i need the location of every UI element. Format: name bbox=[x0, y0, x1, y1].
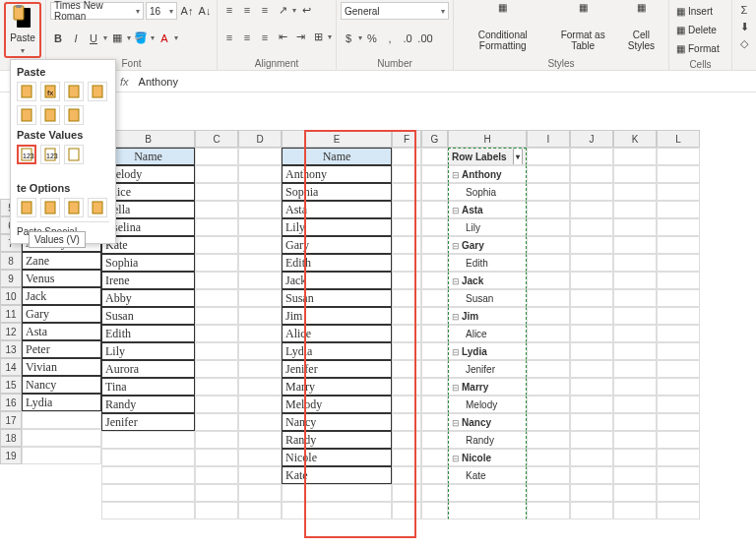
cell-B16[interactable]: Jenifer bbox=[101, 413, 195, 431]
cell-E18[interactable]: Nicole bbox=[282, 449, 392, 466]
cell-K15[interactable] bbox=[613, 396, 657, 413]
cell-H14[interactable]: ⊟Marry bbox=[448, 378, 527, 396]
cell-D20[interactable] bbox=[238, 484, 282, 502]
cell-I13[interactable] bbox=[527, 360, 570, 378]
cell-C10[interactable] bbox=[195, 307, 238, 325]
cell-A11[interactable]: Gary bbox=[22, 305, 101, 323]
spreadsheet-grid[interactable]: BCDEFGHIJKL NameNameRow Labels▾MelodyAnt… bbox=[101, 130, 756, 519]
cell-A15[interactable]: Nancy bbox=[22, 376, 101, 394]
cell-J7[interactable] bbox=[570, 254, 613, 272]
cell-J16[interactable] bbox=[570, 413, 613, 431]
paste-formulas-fmt-icon[interactable] bbox=[64, 82, 84, 101]
paste-values-numfmt-icon[interactable]: 123 bbox=[40, 145, 60, 164]
cell-C19[interactable] bbox=[195, 466, 238, 484]
cell-D3[interactable] bbox=[238, 183, 282, 201]
cell-C11[interactable] bbox=[195, 325, 238, 342]
paste-formatting-icon[interactable] bbox=[17, 198, 36, 217]
cell-F17[interactable] bbox=[392, 431, 421, 449]
cell-D19[interactable] bbox=[238, 466, 282, 484]
cell-K11[interactable] bbox=[613, 325, 657, 342]
cell-I16[interactable] bbox=[527, 413, 570, 431]
cell-F10[interactable] bbox=[392, 307, 421, 325]
comma-button[interactable]: , bbox=[382, 30, 398, 46]
align-top-button[interactable]: ≡ bbox=[221, 2, 237, 18]
autosum-button[interactable]: Σ bbox=[736, 2, 752, 18]
cell-H8[interactable]: ⊟Jack bbox=[448, 272, 527, 289]
cell-I4[interactable] bbox=[527, 201, 570, 218]
cell-C1[interactable] bbox=[195, 148, 238, 165]
row-header-8[interactable]: 8 bbox=[0, 252, 22, 270]
cell-E10[interactable]: Jim bbox=[282, 307, 392, 325]
row-header-9[interactable]: 9 bbox=[0, 270, 22, 287]
paste-button[interactable]: Paste ▾ bbox=[4, 2, 41, 58]
cell-C16[interactable] bbox=[195, 413, 238, 431]
cell-B18[interactable] bbox=[101, 449, 195, 466]
cell-K16[interactable] bbox=[613, 413, 657, 431]
grow-font-button[interactable]: A↑ bbox=[179, 3, 195, 19]
row-header-19[interactable]: 19 bbox=[0, 447, 22, 464]
col-header-C[interactable]: C bbox=[195, 130, 238, 148]
cell-F9[interactable] bbox=[392, 289, 421, 307]
cell-H15[interactable]: Melody bbox=[448, 396, 527, 413]
cell-B11[interactable]: Edith bbox=[101, 325, 195, 342]
cell-L6[interactable] bbox=[657, 236, 700, 254]
cell-L15[interactable] bbox=[657, 396, 700, 413]
cell-D10[interactable] bbox=[238, 307, 282, 325]
cell-H13[interactable]: Jenifer bbox=[448, 360, 527, 378]
cell-B19[interactable] bbox=[101, 466, 195, 484]
delete-button[interactable]: ▦ Delete bbox=[673, 21, 727, 38]
cell-F12[interactable] bbox=[392, 342, 421, 360]
font-name-select[interactable]: Times New Roman▾ bbox=[50, 2, 144, 20]
cell-B21[interactable] bbox=[101, 502, 195, 519]
cell-F20[interactable] bbox=[392, 484, 421, 502]
cell-A9[interactable]: Venus bbox=[22, 270, 101, 287]
cell-E3[interactable]: Sophia bbox=[282, 183, 392, 201]
cell-A14[interactable]: Vivian bbox=[22, 358, 101, 376]
cell-J13[interactable] bbox=[570, 360, 613, 378]
paste-values-srcfmt-icon[interactable] bbox=[64, 145, 84, 164]
cell-C12[interactable] bbox=[195, 342, 238, 360]
cell-I10[interactable] bbox=[527, 307, 570, 325]
cell-K19[interactable] bbox=[613, 466, 657, 484]
cell-C8[interactable] bbox=[195, 272, 238, 289]
cell-E13[interactable]: Jenifer bbox=[282, 360, 392, 378]
cell-C17[interactable] bbox=[195, 431, 238, 449]
cell-G13[interactable] bbox=[421, 360, 448, 378]
cell-C9[interactable] bbox=[195, 289, 238, 307]
cell-C13[interactable] bbox=[195, 360, 238, 378]
cell-I14[interactable] bbox=[527, 378, 570, 396]
cell-H1[interactable]: Row Labels▾ bbox=[448, 148, 527, 165]
cell-B14[interactable]: Tina bbox=[101, 378, 195, 396]
cell-I7[interactable] bbox=[527, 254, 570, 272]
increase-decimal-button[interactable]: .0 bbox=[400, 30, 415, 46]
cell-H16[interactable]: ⊟Nancy bbox=[448, 413, 527, 431]
cell-E4[interactable]: Asta bbox=[282, 201, 392, 218]
cell-I6[interactable] bbox=[527, 236, 570, 254]
cell-F1[interactable] bbox=[392, 148, 421, 165]
cell-I20[interactable] bbox=[527, 484, 570, 502]
cell-D16[interactable] bbox=[238, 413, 282, 431]
cell-K2[interactable] bbox=[613, 165, 657, 183]
cell-K9[interactable] bbox=[613, 289, 657, 307]
cell-E17[interactable]: Randy bbox=[282, 431, 392, 449]
format-button[interactable]: ▦ Format bbox=[673, 39, 727, 57]
cell-C21[interactable] bbox=[195, 502, 238, 519]
paste-linked-picture-icon[interactable] bbox=[88, 198, 107, 217]
cell-J15[interactable] bbox=[570, 396, 613, 413]
wrap-text-button[interactable]: ↩ bbox=[298, 2, 314, 18]
cell-I17[interactable] bbox=[527, 431, 570, 449]
col-header-I[interactable]: I bbox=[527, 130, 570, 148]
cell-A13[interactable]: Peter bbox=[22, 340, 101, 358]
indent-left-button[interactable]: ⇤ bbox=[275, 30, 290, 45]
cell-F16[interactable] bbox=[392, 413, 421, 431]
cell-I8[interactable] bbox=[527, 272, 570, 289]
cell-H3[interactable]: Sophia bbox=[448, 183, 527, 201]
cell-L16[interactable] bbox=[657, 413, 700, 431]
cell-E11[interactable]: Alice bbox=[282, 325, 392, 342]
paste-keepwidth-icon[interactable] bbox=[40, 105, 60, 125]
row-header-16[interactable]: 16 bbox=[0, 394, 22, 411]
cell-K7[interactable] bbox=[613, 254, 657, 272]
cell-D15[interactable] bbox=[238, 396, 282, 413]
cell-E8[interactable]: Jack bbox=[282, 272, 392, 289]
cell-J4[interactable] bbox=[570, 201, 613, 218]
